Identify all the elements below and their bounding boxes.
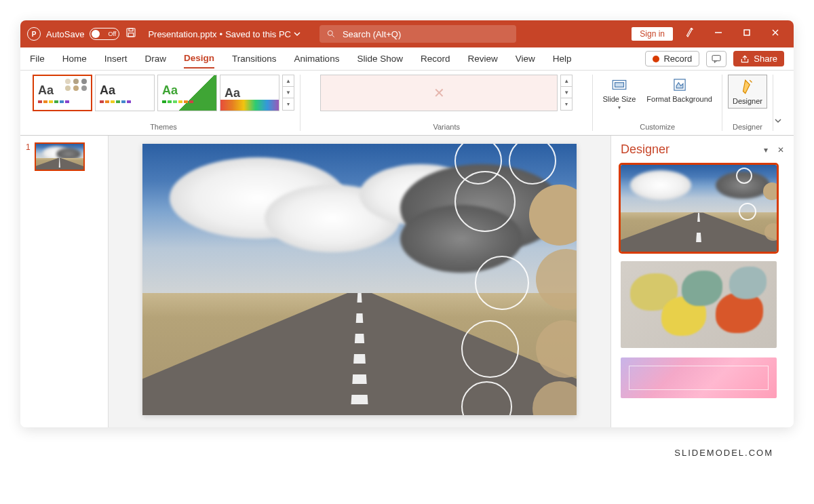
tab-view[interactable]: View [516,50,535,68]
slide-thumbnail-1[interactable] [35,142,85,171]
save-button[interactable] [125,26,137,41]
gallery-down-button[interactable]: ▼ [561,87,572,98]
ribbon: Aa Aa Aa Aa [20,71,794,136]
design-idea-2[interactable] [621,261,777,348]
svg-rect-2 [129,33,134,37]
customize-group-label: Customize [640,123,675,131]
record-label: Record [663,54,692,64]
coming-soon-button[interactable] [678,26,701,41]
search-input[interactable]: Search (Alt+Q) [319,25,516,43]
theme-option-4[interactable]: Aa [220,75,279,111]
format-background-icon [671,76,689,94]
designer-pane-header: Designer ▾ ✕ [621,142,784,157]
document-title[interactable]: Presentation.pptx • Saved to this PC [148,29,301,39]
share-button[interactable]: Share [733,51,784,66]
variants-gallery-scroll: ▲ ▼ ▾ [560,75,573,111]
designer-pane-options-button[interactable]: ▾ [764,145,768,155]
slide-thumb-row[interactable]: 1 [26,142,102,171]
design-idea-3[interactable] [621,357,777,398]
svg-line-4 [332,35,334,37]
variant-option-1[interactable]: ✕ [320,75,558,111]
autosave-toggle[interactable]: Off [90,28,119,40]
autosave-state: Off [109,31,117,37]
ribbon-group-variants: ✕ ▲ ▼ ▾ Variants [301,75,593,131]
svg-rect-6 [744,30,750,35]
gallery-up-button[interactable]: ▲ [283,75,294,87]
share-label: Share [754,54,777,64]
ribbon-collapse-button[interactable] [773,116,783,128]
designer-pane-close-button[interactable]: ✕ [777,145,784,155]
slide-background-image [142,144,577,415]
tab-insert[interactable]: Insert [104,50,128,68]
toggle-knob-icon [92,30,100,38]
watermark-text: SLIDEMODEL.COM [20,427,794,458]
titlebar: P AutoSave Off Presentation.pptx • Saved… [20,20,794,47]
ribbon-group-customize: Slide Size ▾ Format Background Customize [593,75,722,131]
search-placeholder: Search (Alt+Q) [343,29,401,39]
variants-group-label: Variants [433,123,460,131]
theme-option-3[interactable]: Aa [157,75,217,111]
ribbon-group-designer: Designer Designer [722,75,773,131]
format-background-button[interactable]: Format Background [642,75,716,104]
minimize-button[interactable] [707,28,730,40]
gallery-down-button[interactable]: ▼ [283,87,294,98]
svg-rect-9 [712,55,720,60]
tab-home[interactable]: Home [62,50,87,68]
themes-group-label: Themes [150,123,177,131]
search-icon [326,29,336,39]
tab-file[interactable]: File [30,50,45,68]
themes-gallery-scroll: ▲ ▼ ▾ [282,75,294,111]
editor-area: 1 [20,136,794,427]
designer-button[interactable]: Designer [728,75,767,109]
comment-icon [711,54,722,64]
record-dot-icon [653,56,659,62]
svg-rect-11 [615,83,623,88]
close-button[interactable] [764,28,787,40]
save-status-text: Saved to this PC [225,29,291,39]
menubar: File Home Insert Draw Design Transitions… [20,47,794,71]
record-button[interactable]: Record [645,51,699,66]
theme-option-1[interactable]: Aa [33,75,92,111]
tab-help[interactable]: Help [553,50,572,68]
slide-thumbnails-panel: 1 [20,136,109,427]
signin-button[interactable]: Sign in [632,27,673,41]
tab-animations[interactable]: Animations [294,50,340,68]
chevron-down-icon [294,31,301,37]
slide-size-button[interactable]: Slide Size ▾ [598,75,640,112]
slide-number: 1 [26,142,31,171]
tab-slideshow[interactable]: Slide Show [357,50,403,68]
gallery-more-button[interactable]: ▾ [283,98,294,110]
designer-icon [739,78,756,96]
gallery-up-button[interactable]: ▲ [561,75,572,87]
slide-canvas[interactable] [142,144,577,415]
tab-draw[interactable]: Draw [145,50,167,68]
autosave-label: AutoSave [46,29,84,39]
svg-point-3 [328,31,332,35]
gallery-more-button[interactable]: ▾ [561,98,572,110]
ribbon-group-themes: Aa Aa Aa Aa [27,75,301,131]
tab-transitions[interactable]: Transitions [232,50,277,68]
filename-separator: • [220,29,223,39]
designer-pane: Designer ▾ ✕ [610,136,794,427]
tab-review[interactable]: Review [467,50,497,68]
app-window: P AutoSave Off Presentation.pptx • Saved… [20,20,794,427]
filename-text: Presentation.pptx [148,29,216,39]
tab-record[interactable]: Record [421,50,450,68]
designer-pane-title: Designer [621,142,670,157]
theme-option-2[interactable]: Aa [95,75,155,111]
app-logo-icon: P [27,27,41,41]
maximize-button[interactable] [735,28,758,40]
tab-design[interactable]: Design [184,49,214,69]
svg-rect-1 [129,28,133,31]
comments-button[interactable] [706,51,726,67]
designer-group-label: Designer [733,123,762,131]
slide-size-icon [610,76,628,94]
slide-canvas-area[interactable] [109,136,610,427]
share-icon [740,54,750,64]
design-idea-1[interactable] [621,165,777,252]
